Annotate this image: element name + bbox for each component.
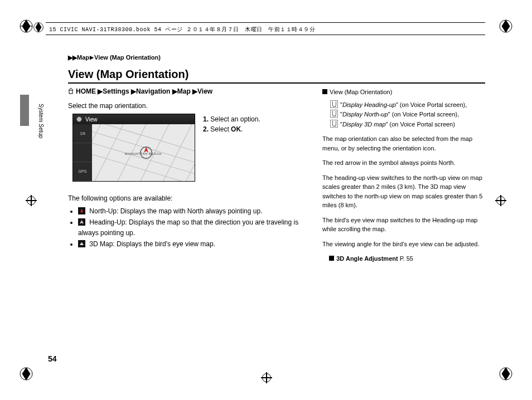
screenshot-title: View — [85, 116, 98, 123]
reg-mark-icon — [499, 367, 513, 381]
voice-icon — [330, 120, 338, 128]
screenshot-sidebar: 1/8 GPS — [73, 124, 92, 181]
section-label: System Setup — [38, 104, 44, 138]
svg-rect-5 — [69, 90, 72, 94]
reg-mark-icon — [499, 19, 513, 33]
step-list: 1. Select an option. 2. Select OK. — [203, 114, 260, 134]
note-paragraph: The red arrow in the symbol always point… — [322, 158, 483, 168]
note-paragraph: The viewing angle for the bird's eye vie… — [322, 240, 483, 249]
reg-mark-icon — [19, 19, 33, 33]
manual-page: 15 CIVIC NAVI-31TR38300.book 54 ページ ２０１４… — [0, 0, 532, 400]
cross-reference: 3D Angle Adjustment P. 55 — [322, 254, 483, 264]
reference-icon — [322, 89, 327, 94]
note-paragraph: The heading-up view switches to the nort… — [322, 173, 483, 210]
voice-icon — [330, 100, 338, 108]
page-number: 54 — [48, 354, 57, 363]
note-paragraph: The map orientation can also be selected… — [322, 134, 483, 153]
heading-up-icon — [78, 218, 85, 226]
reference-icon — [329, 256, 334, 261]
north-up-icon — [78, 207, 85, 214]
nav-path: HOME ▶ Settings ▶ Navigation ▶ Map ▶ Vie… — [68, 87, 212, 95]
voice-command-row: "Display 3D map" (on Voice Portal screen… — [330, 120, 483, 129]
voice-command-row: "Display Heading-up" (on Voice Portal sc… — [330, 100, 483, 110]
triangle-icon: ▶ — [131, 87, 136, 95]
screenshot-map: MANHATTAN BEACH — [92, 124, 195, 181]
page-title: View (Map Orientation) — [68, 68, 188, 81]
option-north-up: North-Up: Displays the map with North al… — [78, 206, 308, 217]
screenshot-titlebar: View — [73, 114, 195, 124]
voice-command-row: "Display North-up" (on Voice Portal scre… — [330, 110, 483, 119]
header-rule — [46, 35, 485, 35]
options-lead: The following options are available: — [68, 193, 308, 204]
header-filename: 15 CIVIC NAVI-31TR38300.book 54 ページ ２０１４… — [49, 26, 315, 33]
triangle-icon: ▶ — [172, 87, 177, 95]
breadcrumb: ▶▶Map▶View (Map Orientation) — [68, 54, 161, 61]
triangle-icon: ▶ — [98, 87, 103, 95]
sidebar-heading: View (Map Orientation) — [322, 87, 483, 97]
note-paragraph: The bird's eye view map switches to the … — [322, 216, 483, 234]
option-heading-up: Heading-Up: Displays the map so that the… — [78, 217, 308, 238]
intro-text: Select the map orientation. — [68, 102, 148, 110]
crop-cross-icon — [26, 195, 37, 206]
section-tab — [20, 95, 29, 126]
crop-cross-icon — [495, 195, 506, 206]
triangle-icon: ▶ — [192, 87, 197, 95]
options-block: The following options are available: Nor… — [68, 193, 308, 251]
option-3d-map: 3D Map: Displays the bird's eye view map… — [78, 239, 308, 250]
threed-map-icon — [78, 240, 85, 247]
crop-cross-icon — [261, 372, 272, 383]
reg-mark-small-icon — [32, 21, 47, 36]
home-icon — [68, 87, 74, 94]
sidebar-notes: View (Map Orientation) "Display Heading-… — [322, 87, 483, 264]
voice-icon — [330, 110, 338, 118]
title-rule — [68, 82, 485, 84]
map-place-label: MANHATTAN BEACH — [125, 152, 162, 155]
reg-mark-icon — [19, 367, 33, 381]
orientation-icon — [76, 116, 82, 122]
header-rule — [46, 22, 485, 23]
nav-screenshot: View 1/8 GPS — [72, 114, 195, 182]
